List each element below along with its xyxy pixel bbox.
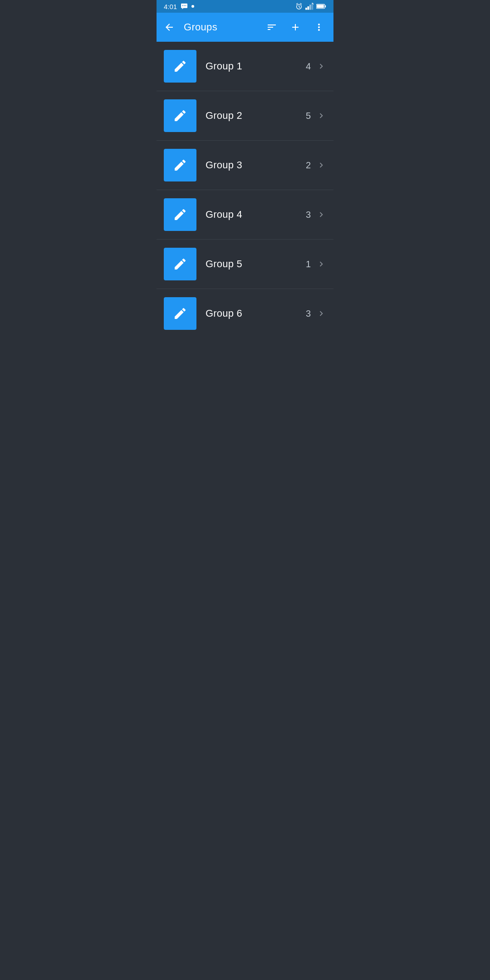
- more-options-button[interactable]: [308, 16, 330, 38]
- add-icon: [290, 22, 301, 33]
- app-bar: Groups: [157, 13, 333, 42]
- signal-icon: [305, 3, 314, 10]
- group-item[interactable]: Group 3 2: [157, 141, 333, 190]
- group-icon-box: [164, 149, 196, 181]
- add-button[interactable]: [284, 16, 306, 38]
- group-item[interactable]: Group 5 1: [157, 240, 333, 289]
- svg-marker-1: [182, 8, 184, 10]
- svg-rect-12: [325, 5, 326, 8]
- chevron-right-icon: [316, 259, 326, 269]
- edit-icon: [173, 158, 187, 172]
- edit-icon: [173, 108, 187, 123]
- group-count: 1: [300, 259, 311, 270]
- group-count: 3: [300, 309, 311, 319]
- group-item[interactable]: Group 1 4: [157, 42, 333, 91]
- group-chevron: [316, 160, 326, 170]
- svg-rect-2: [182, 5, 183, 6]
- group-chevron: [316, 259, 326, 269]
- chevron-right-icon: [316, 160, 326, 170]
- status-bar-right: [295, 3, 326, 10]
- group-name: Group 5: [206, 258, 300, 270]
- svg-rect-13: [317, 5, 324, 8]
- svg-rect-4: [186, 5, 186, 6]
- svg-rect-3: [184, 5, 185, 6]
- back-button[interactable]: [158, 16, 180, 38]
- edit-icon: [173, 59, 187, 74]
- page-title: Groups: [184, 21, 257, 33]
- group-icon-box: [164, 198, 196, 231]
- group-name: Group 3: [206, 159, 300, 171]
- group-icon-box: [164, 99, 196, 132]
- group-name: Group 2: [206, 110, 300, 122]
- group-icon-box: [164, 297, 196, 330]
- alarm-icon: [295, 3, 303, 10]
- svg-rect-7: [308, 6, 309, 10]
- edit-icon: [173, 306, 187, 321]
- group-icon-box: [164, 248, 196, 280]
- group-chevron: [316, 111, 326, 121]
- chat-icon: [181, 3, 188, 10]
- group-count: 2: [300, 160, 311, 171]
- back-icon: [164, 22, 175, 33]
- group-chevron: [316, 210, 326, 220]
- group-item[interactable]: Group 2 5: [157, 91, 333, 141]
- notification-dot: [191, 5, 194, 8]
- filter-button[interactable]: [261, 16, 283, 38]
- group-count: 3: [300, 210, 311, 220]
- group-name: Group 6: [206, 308, 300, 319]
- group-item[interactable]: Group 4 3: [157, 190, 333, 240]
- svg-rect-8: [309, 5, 311, 10]
- chevron-right-icon: [316, 61, 326, 71]
- battery-icon: [316, 3, 326, 10]
- group-list: Group 1 4 Group 2 5: [157, 42, 333, 338]
- edit-icon: [173, 257, 187, 271]
- more-vertical-icon: [314, 22, 324, 33]
- chevron-right-icon: [316, 210, 326, 220]
- edit-icon: [173, 207, 187, 222]
- app-bar-actions: [261, 16, 330, 38]
- chevron-right-icon: [316, 309, 326, 318]
- group-name: Group 4: [206, 209, 300, 220]
- group-icon-box: [164, 50, 196, 83]
- status-time: 4:01: [164, 3, 177, 10]
- group-chevron: [316, 61, 326, 71]
- group-name: Group 1: [206, 60, 300, 72]
- filter-icon: [266, 22, 277, 33]
- group-count: 4: [300, 61, 311, 72]
- group-chevron: [316, 309, 326, 318]
- chevron-right-icon: [316, 111, 326, 121]
- group-count: 5: [300, 111, 311, 121]
- status-bar: 4:01: [157, 0, 333, 13]
- status-bar-left: 4:01: [164, 3, 194, 10]
- group-item[interactable]: Group 6 3: [157, 289, 333, 338]
- svg-rect-6: [305, 8, 307, 10]
